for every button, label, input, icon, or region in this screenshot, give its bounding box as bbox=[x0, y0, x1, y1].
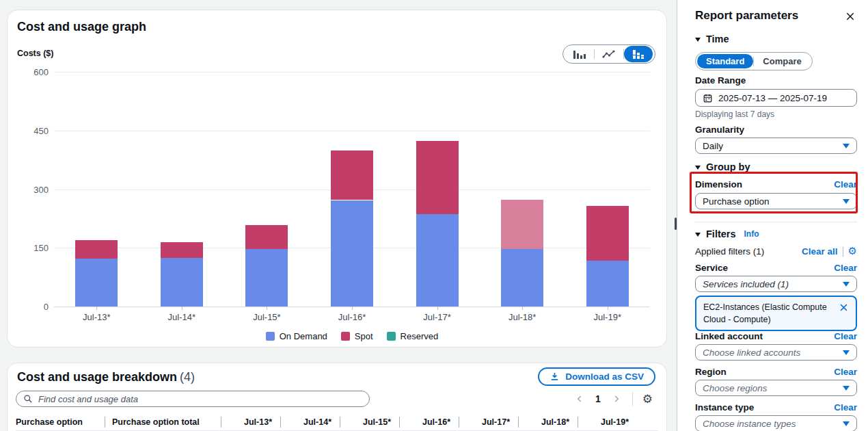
applied-filters-label: Applied filters (1) bbox=[695, 246, 764, 257]
column-header[interactable]: Jul-13* bbox=[221, 417, 280, 428]
bar-segment-on-demand[interactable] bbox=[245, 249, 288, 306]
bar-segment-on-demand[interactable] bbox=[586, 261, 629, 306]
dimension-select[interactable]: Purchase option bbox=[695, 193, 857, 209]
calendar-icon bbox=[703, 93, 713, 103]
bar-segment-spot[interactable] bbox=[245, 225, 288, 249]
legend-item[interactable]: Reserved bbox=[387, 331, 439, 341]
caret-down-icon bbox=[843, 144, 850, 152]
panel-title: Report parameters bbox=[695, 9, 798, 23]
bar-segment-spot[interactable] bbox=[331, 151, 373, 200]
x-axis-label: Jul-19* bbox=[577, 312, 638, 322]
instance-type-label-row: Instance type Clear bbox=[695, 402, 857, 413]
region-select[interactable]: Choose regions bbox=[695, 380, 857, 396]
region-clear-link[interactable]: Clear bbox=[834, 367, 857, 377]
legend-item[interactable]: On Demand bbox=[266, 331, 327, 341]
page-number[interactable]: 1 bbox=[590, 393, 606, 404]
previous-page-button[interactable] bbox=[573, 394, 586, 404]
column-header[interactable]: Purchase option bbox=[16, 417, 105, 428]
linked-account-select[interactable]: Choose linked accounts bbox=[695, 344, 857, 361]
bar-chart-toggle-button[interactable] bbox=[565, 46, 594, 62]
granularity-label-row: Granularity bbox=[695, 125, 857, 135]
y-axis-title: Costs ($) bbox=[17, 49, 53, 58]
date-range-value: 2025-07-13 — 2025-07-19 bbox=[718, 93, 827, 103]
stacked-bar-chart-toggle-button[interactable] bbox=[624, 46, 653, 62]
column-header[interactable]: Jul-18* bbox=[518, 417, 578, 428]
collapse-triangle-icon bbox=[695, 166, 701, 172]
breakdown-count: (4) bbox=[180, 370, 195, 384]
time-section-header[interactable]: Time bbox=[695, 34, 729, 44]
legend-label: Spot bbox=[355, 331, 373, 341]
x-axis-tick bbox=[352, 306, 353, 310]
instance-type-select[interactable]: Choose instance types bbox=[695, 415, 857, 431]
x-axis-tick bbox=[522, 306, 523, 310]
tab-compare[interactable]: Compare bbox=[754, 54, 810, 68]
filters-section-header[interactable]: Filters Info bbox=[695, 228, 759, 239]
graph-title-text: Cost and usage graph bbox=[17, 20, 146, 34]
y-axis-label: 0 bbox=[17, 302, 49, 312]
legend-swatch bbox=[266, 332, 275, 341]
close-icon bbox=[839, 302, 851, 313]
table-preferences-gear-icon[interactable]: ⚙ bbox=[642, 393, 653, 405]
legend-swatch bbox=[387, 332, 396, 341]
filters-info-link[interactable]: Info bbox=[744, 229, 759, 239]
line-chart-icon bbox=[602, 49, 616, 59]
clear-all-link[interactable]: Clear all bbox=[802, 246, 838, 257]
tab-standard[interactable]: Standard bbox=[697, 54, 753, 68]
remove-token-button[interactable] bbox=[839, 301, 851, 313]
column-header[interactable]: Jul-19* bbox=[578, 417, 637, 428]
breakdown-card-title: Cost and usage breakdown(4) bbox=[17, 370, 195, 384]
x-axis-label: Jul-13* bbox=[66, 312, 127, 322]
service-clear-link[interactable]: Clear bbox=[834, 263, 857, 273]
search-input[interactable] bbox=[38, 394, 362, 404]
filters-preferences-gear-icon[interactable]: ⚙ bbox=[848, 246, 857, 257]
bar-segment-spot[interactable] bbox=[501, 200, 543, 249]
bar-segment-spot[interactable] bbox=[75, 240, 118, 259]
bar-segment-spot[interactable] bbox=[586, 206, 629, 261]
column-header[interactable]: Jul-15* bbox=[340, 417, 399, 428]
y-axis-label: 450 bbox=[17, 126, 49, 136]
bar-segment-spot[interactable] bbox=[416, 141, 459, 214]
column-header[interactable]: Jul-17* bbox=[459, 417, 518, 428]
region-label-row: Region Clear bbox=[695, 367, 857, 377]
service-select[interactable]: Services included (1) bbox=[695, 276, 857, 292]
date-range-input[interactable]: 2025-07-13 — 2025-07-19 bbox=[695, 89, 857, 107]
line-chart-toggle-button[interactable] bbox=[595, 46, 623, 62]
y-axis-label: 150 bbox=[17, 243, 49, 253]
column-header[interactable]: Purchase option total bbox=[105, 417, 221, 428]
bar-segment-on-demand[interactable] bbox=[161, 258, 203, 306]
gridline bbox=[54, 72, 650, 73]
x-axis-label: Jul-16* bbox=[321, 312, 383, 322]
granularity-select[interactable]: Daily bbox=[695, 138, 857, 154]
column-header[interactable]: Jul-16* bbox=[399, 417, 459, 428]
next-page-button[interactable] bbox=[610, 394, 623, 404]
legend-item[interactable]: Spot bbox=[341, 331, 373, 341]
report-parameters-panel: Report parameters Time Standard Compare … bbox=[677, 0, 868, 431]
close-panel-button[interactable] bbox=[845, 9, 860, 24]
caret-down-icon bbox=[843, 350, 850, 358]
bar-segment-on-demand[interactable] bbox=[75, 259, 118, 306]
panel-resize-handle[interactable] bbox=[675, 218, 677, 230]
bar-chart-icon bbox=[573, 49, 586, 59]
x-axis-label: Jul-14* bbox=[151, 312, 213, 322]
x-axis-label: Jul-15* bbox=[236, 312, 297, 322]
chevron-right-icon bbox=[612, 394, 621, 404]
legend-label: Reserved bbox=[401, 331, 439, 341]
dimension-clear-link[interactable]: Clear bbox=[834, 179, 857, 190]
bar-segment-on-demand[interactable] bbox=[331, 200, 373, 306]
x-axis-tick bbox=[437, 306, 438, 310]
instance-type-clear-link[interactable]: Clear bbox=[834, 402, 857, 413]
cost-usage-breakdown-card: Cost and usage breakdown(4) Download as … bbox=[7, 363, 667, 431]
table-header-row: Purchase optionPurchase option totalJul-… bbox=[16, 413, 658, 431]
linked-account-clear-link[interactable]: Clear bbox=[834, 331, 857, 341]
column-header[interactable]: Jul-14* bbox=[280, 417, 340, 428]
group-by-section-header[interactable]: Group by bbox=[695, 161, 750, 172]
bar-segment-on-demand[interactable] bbox=[501, 249, 543, 306]
chart-plot-area bbox=[54, 72, 650, 306]
cost-explorer-page: Cost and usage graph Costs ($) bbox=[0, 0, 868, 431]
bar-segment-on-demand[interactable] bbox=[416, 214, 459, 306]
download-csv-button[interactable]: Download as CSV bbox=[538, 367, 655, 386]
y-axis-label: 300 bbox=[17, 185, 49, 195]
bar-segment-spot[interactable] bbox=[161, 242, 203, 258]
caret-down-icon bbox=[843, 386, 850, 394]
breakdown-title-text: Cost and usage breakdown bbox=[17, 370, 177, 384]
